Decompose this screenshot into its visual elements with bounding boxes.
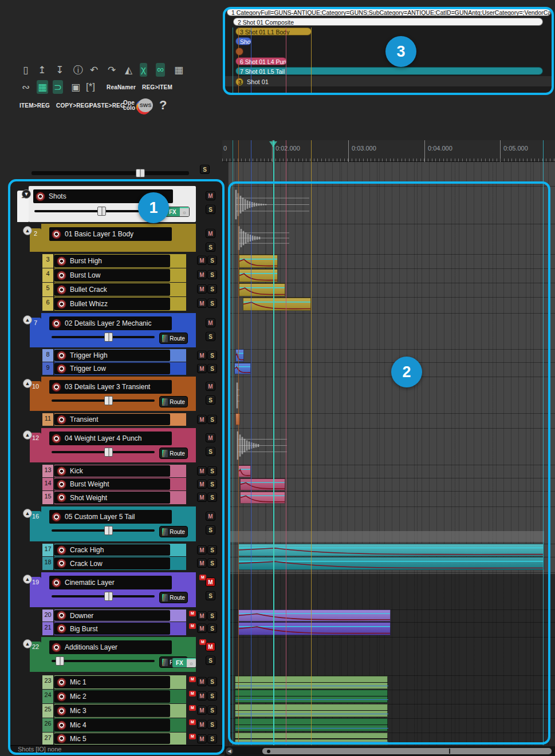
solo-button[interactable]: S bbox=[207, 256, 217, 265]
mute-button[interactable]: M bbox=[206, 318, 215, 327]
solo-button[interactable]: S bbox=[207, 466, 217, 476]
track-number-tab[interactable]: 21 bbox=[42, 622, 53, 635]
mute-button[interactable]: M bbox=[197, 611, 207, 620]
solo-button[interactable]: S bbox=[207, 284, 217, 294]
mute-button[interactable]: M bbox=[206, 191, 215, 200]
mute-button[interactable]: M bbox=[197, 559, 207, 568]
record-arm-icon[interactable] bbox=[57, 692, 66, 702]
record-arm-icon[interactable] bbox=[57, 545, 66, 555]
mute-button[interactable]: M bbox=[197, 466, 207, 476]
mute-button[interactable]: M bbox=[197, 415, 207, 424]
audio-item[interactable] bbox=[238, 609, 391, 622]
scrollbar-handle[interactable] bbox=[262, 748, 552, 754]
record-arm-icon[interactable] bbox=[57, 706, 66, 716]
track-number-tab[interactable]: 23 bbox=[42, 675, 53, 689]
region-bar[interactable]: 2 Shot 01 Composite bbox=[233, 18, 543, 26]
track-name-field[interactable]: Additionals Layer bbox=[49, 640, 172, 654]
mute-button[interactable]: M bbox=[197, 364, 207, 373]
record-arm-icon[interactable] bbox=[57, 480, 66, 489]
solo-button[interactable]: S bbox=[206, 447, 215, 456]
track-name-field[interactable]: Big Burst bbox=[54, 623, 170, 635]
preserve-icon[interactable]: [*] bbox=[85, 80, 96, 94]
region-bar[interactable]: 1 CategoryFull=GUNS-ANTIQUE;Category=GUN… bbox=[227, 8, 551, 16]
mute-button[interactable]: M bbox=[206, 642, 215, 651]
solo-button[interactable]: S bbox=[206, 656, 215, 665]
audio-item[interactable] bbox=[234, 363, 251, 374]
solo-button[interactable]: S bbox=[207, 706, 217, 715]
solo-button[interactable]: S bbox=[207, 351, 217, 360]
solo-button[interactable]: S bbox=[207, 734, 217, 743]
track-name-field[interactable]: Burst Low bbox=[54, 269, 170, 282]
audio-item[interactable] bbox=[239, 283, 285, 296]
solo-button[interactable]: S bbox=[207, 624, 217, 633]
record-arm-icon[interactable] bbox=[52, 434, 61, 444]
mute-button[interactable]: M bbox=[197, 299, 207, 308]
collapse-arrow-icon[interactable]: ▲ bbox=[23, 226, 32, 235]
track-name-field[interactable]: Crack High bbox=[54, 544, 170, 556]
track-number-tab[interactable]: 19 bbox=[30, 577, 41, 607]
route-button[interactable]: Route bbox=[159, 592, 188, 603]
audio-item[interactable] bbox=[238, 465, 251, 477]
audio-item[interactable] bbox=[240, 478, 285, 490]
track-number-tab[interactable]: 3 bbox=[42, 254, 53, 268]
mute-button[interactable]: M bbox=[197, 677, 207, 686]
crossfade-icon[interactable]: χ bbox=[140, 63, 147, 77]
region-bar[interactable]: 3 Shot 01 L1 Body bbox=[235, 27, 312, 35]
track-number-tab[interactable]: 25 bbox=[42, 704, 53, 718]
solo-button[interactable]: S bbox=[206, 205, 215, 214]
mute-button[interactable]: M bbox=[197, 691, 207, 700]
solo-button[interactable]: S bbox=[207, 270, 217, 279]
audio-item[interactable] bbox=[239, 255, 278, 268]
volume-slider[interactable] bbox=[52, 529, 155, 532]
magnet-icon[interactable]: ⊃ bbox=[53, 80, 63, 94]
route-button[interactable]: Route bbox=[159, 526, 188, 537]
audio-item[interactable] bbox=[238, 622, 391, 635]
volume-slider[interactable] bbox=[52, 451, 155, 453]
fx-button[interactable]: FX○ bbox=[172, 658, 196, 668]
scroll-left-arrow[interactable]: ◀ bbox=[226, 747, 233, 755]
region-bar[interactable]: 6 Shot 01 L4 Punc bbox=[235, 57, 287, 65]
track-number-tab[interactable]: 11 bbox=[42, 413, 53, 426]
track-name-field[interactable]: 05 Custom Layer 5 Tail bbox=[49, 510, 172, 524]
mute-button[interactable]: M bbox=[206, 577, 215, 587]
track-name-field[interactable]: Trigger High bbox=[54, 350, 170, 361]
track-name-field[interactable]: 03 Details Layer 3 Transient bbox=[49, 380, 172, 394]
audio-item-ghost[interactable] bbox=[235, 188, 310, 221]
lock-icon[interactable]: ▣ bbox=[70, 80, 81, 94]
mute-button[interactable]: M bbox=[197, 284, 207, 294]
record-arm-icon[interactable] bbox=[57, 364, 66, 374]
solo-button[interactable]: S bbox=[207, 364, 217, 373]
audio-item[interactable] bbox=[235, 413, 240, 425]
grid-icon[interactable]: ▦ bbox=[37, 80, 48, 94]
collapse-arrow-icon[interactable]: ▲ bbox=[23, 575, 32, 584]
region-to-item-button[interactable]: REG>ITEM bbox=[141, 80, 174, 94]
record-arm-icon[interactable] bbox=[52, 512, 61, 522]
volume-slider[interactable] bbox=[52, 336, 155, 338]
track-name-field[interactable]: Transient bbox=[54, 414, 170, 425]
solo-button[interactable]: S bbox=[206, 525, 215, 535]
solo-button[interactable]: S bbox=[207, 677, 217, 686]
track-name-field[interactable]: 01 Basic Layer 1 Body bbox=[49, 227, 172, 241]
record-arm-icon[interactable] bbox=[57, 678, 66, 687]
mute-button[interactable]: M bbox=[197, 720, 207, 729]
track-name-field[interactable]: Cinematic Layer bbox=[49, 576, 172, 589]
record-arm-icon[interactable] bbox=[57, 559, 66, 568]
volume-slider-handle[interactable] bbox=[104, 396, 113, 405]
record-arm-icon[interactable] bbox=[57, 271, 66, 280]
open-color-button[interactable]: Opecolo bbox=[122, 98, 136, 112]
track-number-tab[interactable]: 14 bbox=[42, 478, 53, 490]
track-number-tab[interactable]: 6 bbox=[42, 297, 53, 311]
mute-button[interactable]: M bbox=[197, 734, 207, 743]
marker-badge[interactable]: 3 bbox=[235, 78, 243, 86]
link-icon[interactable]: ∞ bbox=[156, 63, 165, 77]
unlink-icon[interactable]: ∾ bbox=[21, 80, 31, 94]
record-arm-icon[interactable] bbox=[52, 319, 61, 328]
undo-icon[interactable]: ↶ bbox=[89, 63, 99, 77]
solo-button[interactable]: S bbox=[207, 545, 217, 555]
collapse-arrow-icon[interactable]: ▲ bbox=[23, 379, 32, 388]
solo-button[interactable]: S bbox=[207, 720, 217, 729]
solo-button[interactable]: S bbox=[207, 299, 217, 308]
record-arm-icon[interactable] bbox=[57, 721, 66, 730]
track-number-tab[interactable]: 16 bbox=[30, 511, 41, 541]
sws-icon[interactable]: SWS bbox=[138, 98, 153, 112]
